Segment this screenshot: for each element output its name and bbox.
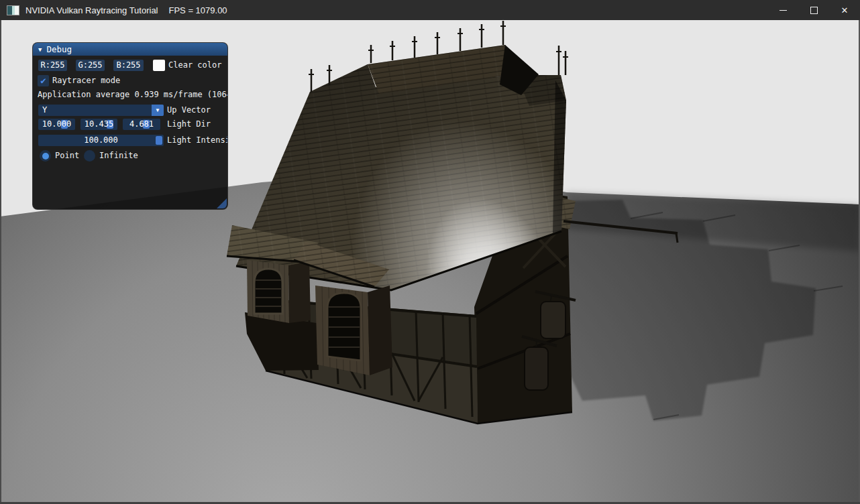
- infinite-light-label: Infinite: [99, 150, 138, 162]
- app-icon: [7, 5, 19, 15]
- green-channel-button[interactable]: G:255: [76, 60, 105, 71]
- clear-color-label: Clear color: [168, 60, 221, 71]
- minimize-button[interactable]: [767, 0, 798, 20]
- light-dir-x-slider[interactable]: 10.000: [38, 119, 75, 130]
- maximize-button[interactable]: [798, 0, 829, 20]
- clear-color-swatch[interactable]: [153, 60, 165, 71]
- fps-counter: FPS = 1079.00: [169, 5, 227, 15]
- raytracer-label: Raytracer mode: [52, 75, 120, 86]
- checkmark-icon: ✔: [40, 75, 46, 86]
- light-intensity-value: 100.000: [38, 135, 164, 146]
- close-button[interactable]: ✕: [829, 0, 860, 20]
- point-light-label: Point: [55, 150, 79, 162]
- red-channel-button[interactable]: R:255: [38, 60, 67, 71]
- close-icon: ✕: [841, 6, 849, 15]
- light-dir-z-value: 4.681: [123, 119, 160, 130]
- light-intensity-label: Light Intensity: [167, 135, 228, 146]
- frame-stats-text: Application average 0.939 ms/frame (1064: [38, 90, 227, 100]
- maximize-icon: [810, 7, 818, 14]
- point-light-radio[interactable]: [40, 150, 51, 162]
- panel-resize-grip[interactable]: [217, 198, 227, 208]
- light-dir-y-slider[interactable]: 10.435: [80, 119, 117, 130]
- debug-panel-header[interactable]: ▼ Debug: [33, 43, 227, 56]
- up-vector-label: Up Vector: [167, 105, 211, 116]
- light-dir-x-value: 10.000: [38, 119, 75, 130]
- light-dir-z-slider[interactable]: 4.681: [123, 119, 160, 130]
- light-dir-y-value: 10.435: [80, 119, 117, 130]
- window-border-left: [0, 20, 1, 504]
- infinite-light-radio[interactable]: [84, 150, 95, 162]
- dropdown-arrow-icon[interactable]: ▼: [152, 105, 164, 116]
- collapse-arrow-icon[interactable]: ▼: [38, 46, 42, 53]
- up-vector-combo[interactable]: Y ▼: [38, 105, 164, 116]
- titlebar[interactable]: NVIDIA Vulkan Raytracing Tutorial FPS = …: [0, 0, 860, 21]
- debug-panel-title: Debug: [46, 44, 72, 54]
- window-title: NVIDIA Vulkan Raytracing Tutorial: [25, 5, 158, 15]
- blue-channel-button[interactable]: B:255: [113, 60, 144, 71]
- light-intensity-slider[interactable]: 100.000: [38, 135, 164, 146]
- minimize-icon: [780, 10, 787, 11]
- light-dir-label: Light Dir: [167, 119, 211, 130]
- up-vector-value: Y: [42, 105, 47, 116]
- app-window: NVIDIA Vulkan Raytracing Tutorial FPS = …: [0, 0, 860, 504]
- raytracer-checkbox[interactable]: ✔: [38, 75, 49, 86]
- debug-panel: ▼ Debug R:255 G:255 B:255 Clear color ✔ …: [32, 42, 228, 210]
